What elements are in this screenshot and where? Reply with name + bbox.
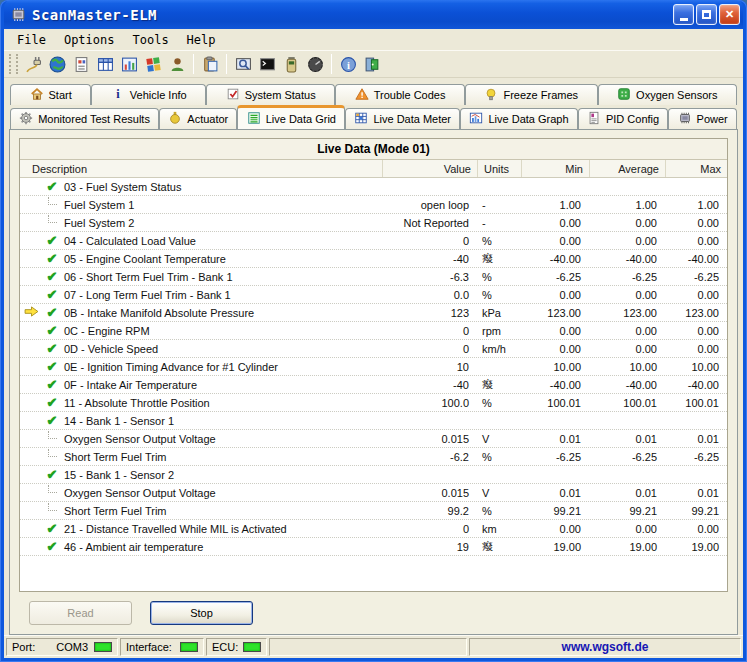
table-row[interactable]: ✔06 - Short Term Fuel Trim - Bank 1-6.3%… <box>20 268 727 286</box>
window-title: ScanMaster-ELM <box>32 7 671 23</box>
row-description: Oxygen Sensor Output Voltage <box>62 433 382 445</box>
table-row[interactable]: ✔46 - Ambient air temperature19癈19.0019.… <box>20 538 727 556</box>
row-units: % <box>477 397 521 409</box>
row-value: 123 <box>382 307 477 319</box>
table-row[interactable]: ✔04 - Calculated Load Value0%0.000.000.0… <box>20 232 727 250</box>
check-icon: ✔ <box>42 287 62 302</box>
menu-tools[interactable]: Tools <box>123 31 177 49</box>
stop-button[interactable]: Stop <box>150 601 253 625</box>
tab-trouble-codes[interactable]: Trouble Codes <box>335 84 465 105</box>
toolbar-user-icon[interactable] <box>165 52 189 76</box>
table-row[interactable]: Oxygen Sensor Output Voltage0.015V0.010.… <box>20 430 727 448</box>
row-min: 0.00 <box>521 289 589 301</box>
toolbar-info-icon[interactable]: i <box>336 52 360 76</box>
table-row[interactable]: ✔0C - Engine RPM0rpm0.000.000.00 <box>20 322 727 340</box>
toolbar-chart-icon[interactable] <box>117 52 141 76</box>
table-row[interactable]: Short Term Fuel Trim99.2%99.2199.2199.21 <box>20 502 727 520</box>
tab-pid-config[interactable]: PID Config <box>578 108 669 129</box>
row-average: 0.00 <box>589 523 665 535</box>
table-row[interactable]: ✔0D - Vehicle Speed0km/h0.000.000.00 <box>20 340 727 358</box>
tab-live-data-graph[interactable]: Live Data Graph <box>460 108 578 129</box>
toolbar-grip[interactable] <box>16 54 19 74</box>
toolbar-table-icon[interactable] <box>93 52 117 76</box>
table-row[interactable]: ✔0E - Ignition Timing Advance for #1 Cyl… <box>20 358 727 376</box>
row-min: 99.21 <box>521 505 589 517</box>
table-row[interactable]: ✔03 - Fuel System Status <box>20 178 727 196</box>
table-row[interactable]: ✔21 - Distance Travelled While MIL is Ac… <box>20 520 727 538</box>
toolbar-connect-icon[interactable] <box>21 52 45 76</box>
table-row[interactable]: ✔0B - Intake Manifold Absolute Pressure1… <box>20 304 727 322</box>
row-max: -6.25 <box>665 451 727 463</box>
read-button[interactable]: Read <box>29 601 132 625</box>
tab-label: System Status <box>245 89 316 101</box>
tab-system-status[interactable]: System Status <box>206 84 335 105</box>
tab-power[interactable]: Power <box>668 108 737 129</box>
toolbar-grip[interactable] <box>9 54 12 74</box>
row-min: 1.00 <box>521 199 589 211</box>
tab-live-data-meter[interactable]: Live Data Meter <box>345 108 460 129</box>
toolbar: i <box>4 50 743 78</box>
row-units: % <box>477 505 521 517</box>
tab-monitored-test-results[interactable]: Monitored Test Results <box>10 108 159 129</box>
tab-oxygen-sensors[interactable]: Oxygen Sensors <box>598 84 737 105</box>
row-units: km/h <box>477 343 521 355</box>
column-header-average[interactable]: Average <box>589 160 665 177</box>
maximize-icon <box>702 10 711 19</box>
toolbar-report-icon[interactable] <box>69 52 93 76</box>
table-row[interactable]: Short Term Fuel Trim-6.2%-6.25-6.25-6.25 <box>20 448 727 466</box>
check-icon: ✔ <box>42 395 62 410</box>
column-header-max[interactable]: Max <box>665 160 727 177</box>
tab-actuator[interactable]: Actuator <box>159 108 237 129</box>
table-row[interactable]: Fuel System 1open loop-1.001.001.00 <box>20 196 727 214</box>
table-row[interactable]: Fuel System 2Not Reported-0.000.000.00 <box>20 214 727 232</box>
menu-help[interactable]: Help <box>178 31 225 49</box>
website-link[interactable]: www.wgsoft.de <box>562 640 649 654</box>
close-button[interactable]: ✕ <box>719 4 740 25</box>
toolbar-terminal-icon[interactable] <box>255 52 279 76</box>
toolbar-gauge-icon[interactable] <box>303 52 327 76</box>
maximize-button[interactable] <box>696 4 717 25</box>
check-icon: ✔ <box>42 359 62 374</box>
titlebar[interactable]: ScanMaster-ELM ✕ <box>4 0 743 29</box>
table-row[interactable]: ✔05 - Engine Coolant Temperature-40癈-40.… <box>20 250 727 268</box>
tab-label: Power <box>697 113 728 125</box>
check-glyph: ✔ <box>47 377 58 392</box>
toolbar-search-screen-icon[interactable] <box>231 52 255 76</box>
tree-branch-icon <box>42 438 62 439</box>
statusbar: Port: COM3 Interface: ECU: www.wgsoft.de <box>4 635 743 658</box>
tab-vehicle-info[interactable]: iVehicle Info <box>91 84 206 105</box>
minimize-button[interactable] <box>673 4 694 25</box>
column-header-description[interactable]: Description <box>20 160 382 177</box>
table-row[interactable]: Oxygen Sensor Output Voltage0.015V0.010.… <box>20 484 727 502</box>
row-value: 0 <box>382 325 477 337</box>
row-units: - <box>477 199 521 211</box>
svg-text:i: i <box>116 87 120 101</box>
tab-live-data-grid[interactable]: Live Data Grid <box>237 105 345 129</box>
row-min: -40.00 <box>521 253 589 265</box>
tab-start[interactable]: Start <box>10 84 91 105</box>
check-icon: ✔ <box>42 413 62 428</box>
row-description: 21 - Distance Travelled While MIL is Act… <box>62 523 382 535</box>
table-row[interactable]: ✔15 - Bank 1 - Sensor 2 <box>20 466 727 484</box>
column-header-min[interactable]: Min <box>521 160 589 177</box>
menu-options[interactable]: Options <box>55 31 124 49</box>
table-row[interactable]: ✔11 - Absolute Throttle Position100.0%10… <box>20 394 727 412</box>
row-max: 0.00 <box>665 343 727 355</box>
row-average: -6.25 <box>589 271 665 283</box>
tree-branch-icon <box>42 510 62 511</box>
toolbar-battery-icon[interactable] <box>279 52 303 76</box>
column-header-value[interactable]: Value <box>382 160 477 177</box>
tab-freeze-frames[interactable]: Freeze Frames <box>465 84 598 105</box>
tree-branch-icon <box>42 456 62 457</box>
table-row[interactable]: ✔14 - Bank 1 - Sensor 1 <box>20 412 727 430</box>
menu-file[interactable]: File <box>8 31 55 49</box>
toolbar-windows-icon[interactable] <box>141 52 165 76</box>
column-header-units[interactable]: Units <box>477 160 521 177</box>
toolbar-globe-icon[interactable] <box>45 52 69 76</box>
toolbar-paste-icon[interactable] <box>198 52 222 76</box>
toolbar-exit-icon[interactable] <box>360 52 384 76</box>
toolbar-separator <box>193 54 194 74</box>
table-row[interactable]: ✔0F - Intake Air Temperature-40癈-40.00-4… <box>20 376 727 394</box>
table-row[interactable]: ✔07 - Long Term Fuel Trim - Bank 10.0%0.… <box>20 286 727 304</box>
row-min: -6.25 <box>521 451 589 463</box>
